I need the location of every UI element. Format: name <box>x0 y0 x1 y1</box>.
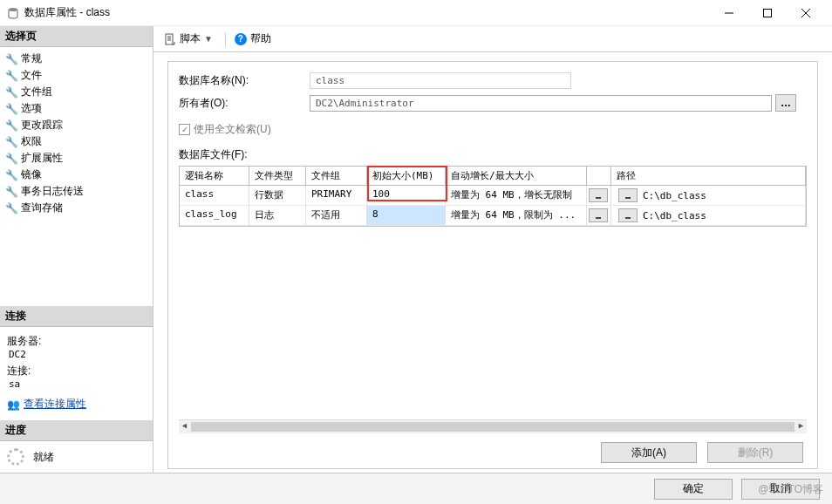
cell-file-type[interactable]: 日志 <box>249 206 306 225</box>
cell-logical-name[interactable]: class_log <box>180 206 249 225</box>
cell-path[interactable]: C:\db_class <box>643 210 706 221</box>
grid-row[interactable]: class_log 日志 不适用 8 增量为 64 MB，限制为 ... … …… <box>180 206 806 226</box>
files-section-label: 数据库文件(F): <box>179 147 807 162</box>
dialog-footer: 确定 取消 <box>0 473 832 504</box>
cell-autogrow[interactable]: 增量为 64 MB，增长无限制 <box>446 186 587 205</box>
cell-logical-name[interactable]: class <box>180 186 249 205</box>
script-button[interactable]: 脚本 ▼ <box>160 30 216 48</box>
nav-label: 文件组 <box>21 85 52 99</box>
add-button-label: 添加(A) <box>631 446 666 460</box>
toolbar: 脚本 ▼ ? 帮助 <box>153 26 832 52</box>
nav-label: 扩展属性 <box>21 151 63 166</box>
wrench-icon: 🔧 <box>5 103 17 115</box>
nav-item-options[interactable]: 🔧选项 <box>5 100 153 117</box>
help-button[interactable]: ? 帮助 <box>235 31 271 46</box>
owner-field[interactable]: DC2\Administrator <box>310 95 772 112</box>
progress-status: 就绪 <box>33 450 54 465</box>
col-filegroup[interactable]: 文件组 <box>306 167 367 185</box>
fulltext-checkbox: ✓ 使用全文检索(U) <box>179 122 807 137</box>
people-icon: 👥 <box>7 398 20 411</box>
cell-autogrow[interactable]: 增量为 64 MB，限制为 ... <box>446 206 587 225</box>
help-label: 帮助 <box>250 31 271 46</box>
wrench-icon: 🔧 <box>5 86 17 99</box>
fulltext-label: 使用全文检索(U) <box>194 122 271 137</box>
nav-label: 查询存储 <box>21 201 63 215</box>
cell-filegroup[interactable]: 不适用 <box>306 206 367 225</box>
col-autogrow[interactable]: 自动增长/最大大小 <box>446 167 587 185</box>
cell-path[interactable]: C:\db_class <box>643 190 706 201</box>
nav-item-files[interactable]: 🔧文件 <box>5 67 153 84</box>
checkbox-icon: ✓ <box>179 124 190 135</box>
owner-browse-button[interactable]: … <box>775 94 796 112</box>
col-init-size[interactable]: 初始大小(MB) <box>367 167 446 185</box>
col-autogrow-btn <box>587 167 611 185</box>
nav-list: 🔧常规 🔧文件 🔧文件组 🔧选项 🔧更改跟踪 🔧权限 🔧扩展属性 🔧镜像 🔧事务… <box>0 47 153 225</box>
files-grid[interactable]: 逻辑名称 文件类型 文件组 初始大小(MB) 自动增长/最大大小 路径 clas… <box>179 166 807 227</box>
cancel-button[interactable]: 取消 <box>741 479 820 500</box>
dropdown-arrow-icon: ▼ <box>204 34 213 44</box>
view-connection-props-link[interactable]: 查看连接属性 <box>24 397 86 412</box>
nav-label: 权限 <box>21 134 42 149</box>
cell-init-size[interactable]: 8 <box>367 206 446 225</box>
close-button[interactable] <box>787 1 825 25</box>
wrench-icon: 🔧 <box>5 136 17 148</box>
maximize-button[interactable] <box>748 1 787 25</box>
title-bar: 数据库属性 - class <box>0 0 832 26</box>
col-path[interactable]: 路径 <box>611 167 806 185</box>
conn-label: 连接: <box>7 364 146 378</box>
autogrow-edit-button[interactable]: … <box>589 208 608 222</box>
nav-item-general[interactable]: 🔧常规 <box>5 51 153 67</box>
nav-item-extendedprops[interactable]: 🔧扩展属性 <box>5 150 153 167</box>
wrench-icon: 🔧 <box>5 186 17 198</box>
toolbar-divider <box>225 32 226 46</box>
nav-item-filegroups[interactable]: 🔧文件组 <box>5 84 153 100</box>
progress-spinner-icon <box>7 448 24 466</box>
wrench-icon: 🔧 <box>5 153 17 165</box>
wrench-icon: 🔧 <box>5 70 17 82</box>
wrench-icon: 🔧 <box>5 169 17 181</box>
nav-item-permissions[interactable]: 🔧权限 <box>5 133 153 150</box>
script-icon <box>164 33 176 45</box>
nav-item-logshipping[interactable]: 🔧事务日志传送 <box>5 183 153 200</box>
minimize-button[interactable] <box>710 1 748 25</box>
script-label: 脚本 <box>180 31 201 46</box>
nav-label: 事务日志传送 <box>21 184 84 199</box>
delete-button[interactable]: 删除(R) <box>707 442 803 463</box>
cell-filegroup[interactable]: PRIMARY <box>306 186 367 205</box>
col-logical-name[interactable]: 逻辑名称 <box>180 167 249 185</box>
wrench-icon: 🔧 <box>5 202 17 215</box>
db-name-label: 数据库名称(N): <box>179 73 310 88</box>
svg-rect-2 <box>764 9 772 17</box>
nav-label: 选项 <box>21 101 42 116</box>
horizontal-scrollbar[interactable] <box>179 419 807 433</box>
nav-item-querystore[interactable]: 🔧查询存储 <box>5 200 153 216</box>
autogrow-edit-button[interactable]: … <box>589 188 608 202</box>
server-value: DC2 <box>9 349 146 360</box>
help-icon: ? <box>235 33 247 45</box>
select-page-header: 选择页 <box>0 26 153 47</box>
nav-item-changetracking[interactable]: 🔧更改跟踪 <box>5 117 153 133</box>
window-title: 数据库属性 - class <box>24 5 710 20</box>
main-panel: 脚本 ▼ ? 帮助 数据库名称(N): class 所有者(O): DC2\Ad… <box>153 26 832 473</box>
database-icon <box>7 7 19 19</box>
server-label: 服务器: <box>7 334 146 349</box>
nav-label: 更改跟踪 <box>21 118 63 133</box>
nav-label: 文件 <box>21 68 42 83</box>
ok-button-label: 确定 <box>683 481 704 496</box>
cell-file-type[interactable]: 行数据 <box>249 186 306 205</box>
progress-header: 进度 <box>0 420 153 441</box>
owner-label: 所有者(O): <box>179 96 310 111</box>
conn-value: sa <box>9 378 146 390</box>
add-button[interactable]: 添加(A) <box>601 442 697 463</box>
sidebar: 选择页 🔧常规 🔧文件 🔧文件组 🔧选项 🔧更改跟踪 🔧权限 🔧扩展属性 🔧镜像… <box>0 26 153 473</box>
grid-row[interactable]: class 行数据 PRIMARY 100 增量为 64 MB，增长无限制 … … <box>180 186 806 206</box>
wrench-icon: 🔧 <box>5 53 17 65</box>
svg-point-0 <box>9 8 17 11</box>
ok-button[interactable]: 确定 <box>654 479 733 500</box>
path-browse-button[interactable]: … <box>618 208 638 222</box>
nav-label: 常规 <box>21 51 42 66</box>
path-browse-button[interactable]: … <box>618 188 638 202</box>
col-file-type[interactable]: 文件类型 <box>249 167 306 185</box>
nav-item-mirroring[interactable]: 🔧镜像 <box>5 167 153 183</box>
cell-init-size[interactable]: 100 <box>367 186 446 205</box>
